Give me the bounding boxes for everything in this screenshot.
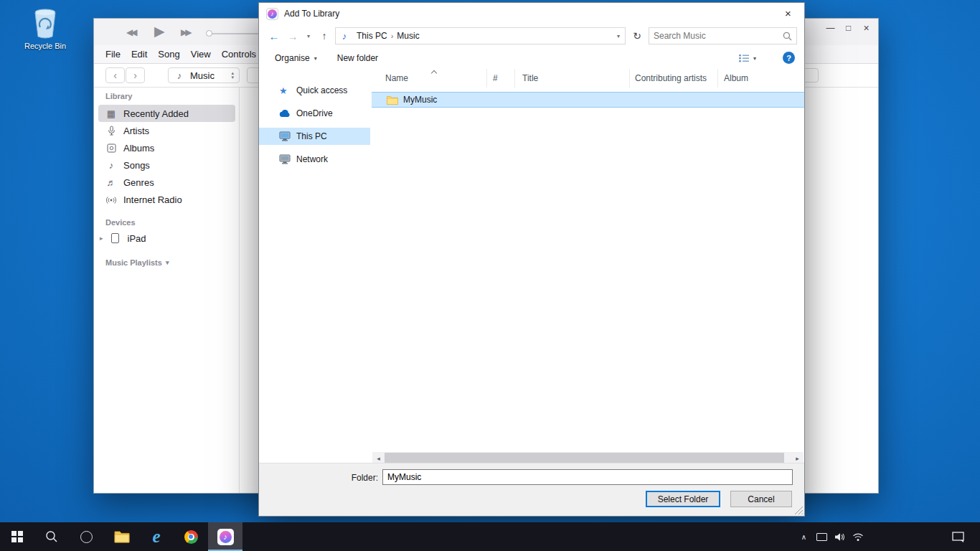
- menu-view[interactable]: View: [191, 49, 211, 60]
- onedrive-cloud-icon: [279, 110, 291, 118]
- forward-arrow-button[interactable]: →: [286, 27, 300, 44]
- media-picker[interactable]: ♪ Music ▴▾: [168, 67, 240, 83]
- cancel-button[interactable]: Cancel: [730, 491, 792, 507]
- chrome-icon: [184, 530, 198, 544]
- dialog-title: Add To Library: [284, 9, 339, 19]
- column-headers: Name # Title Contributing artists Album: [372, 69, 804, 88]
- recycle-bin[interactable]: Recycle Bin: [17, 6, 73, 50]
- file-name: MyMusic: [403, 95, 437, 105]
- internet-explorer-button[interactable]: e: [139, 522, 174, 551]
- new-folder-button[interactable]: New folder: [337, 53, 378, 63]
- sidebar-item-artists[interactable]: Artists: [98, 122, 235, 139]
- nav-item-quick-access[interactable]: ★ Quick access: [259, 82, 370, 99]
- itunes-taskbar-button[interactable]: ♪: [208, 522, 242, 551]
- dialog-close-button[interactable]: ×: [772, 3, 804, 24]
- resize-grip[interactable]: [794, 506, 804, 515]
- search-icon[interactable]: [783, 32, 792, 41]
- column-title[interactable]: Title: [515, 69, 630, 88]
- sidebar-item-recently-added[interactable]: ▦ Recently Added: [98, 105, 235, 122]
- maximize-button[interactable]: □: [839, 20, 857, 36]
- cortana-button[interactable]: [69, 522, 103, 551]
- taskbar-search-button[interactable]: [34, 522, 69, 551]
- itunes-icon: ♪: [217, 529, 234, 545]
- ipad-icon: [110, 233, 121, 243]
- sidebar-item-label: Genres: [123, 177, 154, 188]
- folder-label: Folder:: [328, 473, 378, 483]
- scrollbar-thumb[interactable]: [385, 453, 784, 463]
- nav-item-this-pc[interactable]: This PC: [259, 128, 370, 145]
- tray-volume-icon[interactable]: [831, 522, 849, 551]
- column-contributing-artists[interactable]: Contributing artists: [630, 69, 718, 88]
- search-icon: [45, 530, 58, 543]
- menu-controls[interactable]: Controls: [222, 49, 256, 60]
- sidebar-item-label: Internet Radio: [123, 194, 182, 205]
- dialog-address-bar: ← → ▾ ↑ ♪ This PC › Music ▾ ↻: [259, 24, 804, 47]
- nav-item-network[interactable]: Network: [259, 151, 370, 168]
- forward-button[interactable]: ›: [126, 67, 145, 83]
- folder-input[interactable]: [382, 469, 793, 485]
- search-input[interactable]: [654, 31, 783, 41]
- expander-icon[interactable]: ▸: [100, 235, 103, 242]
- minimize-button[interactable]: —: [821, 20, 839, 36]
- file-explorer-button[interactable]: [105, 522, 139, 551]
- tray-network-icon[interactable]: [849, 522, 867, 551]
- windows-logo-icon: [11, 531, 23, 542]
- menu-edit[interactable]: Edit: [131, 49, 147, 60]
- tray-show-hidden-icons[interactable]: ∧: [795, 522, 813, 551]
- internet-radio-icon: [105, 195, 117, 204]
- back-button[interactable]: ‹: [105, 67, 125, 83]
- network-icon: [279, 154, 291, 164]
- refresh-button[interactable]: ↻: [629, 27, 645, 44]
- column-number[interactable]: #: [487, 69, 515, 88]
- wifi-icon: [852, 532, 864, 542]
- address-dropdown-chevron[interactable]: ▾: [617, 33, 625, 39]
- fast-forward-button[interactable]: ▶▶: [181, 28, 189, 37]
- music-playlists-header[interactable]: Music Playlists ▾: [105, 258, 169, 267]
- nav-item-label: Network: [296, 154, 328, 164]
- address-box[interactable]: ♪ This PC › Music ▾: [335, 27, 626, 44]
- breadcrumb-music[interactable]: Music: [393, 31, 423, 41]
- breadcrumb-this-pc[interactable]: This PC: [353, 31, 391, 41]
- rewind-button[interactable]: ◀◀: [126, 28, 135, 37]
- nav-item-label: OneDrive: [296, 108, 333, 118]
- recent-locations-chevron[interactable]: ▾: [303, 27, 314, 44]
- close-button[interactable]: ×: [857, 20, 875, 36]
- chrome-button[interactable]: [174, 522, 208, 551]
- artists-icon: [105, 126, 117, 136]
- monitor-icon: [816, 533, 827, 541]
- play-button[interactable]: ▶: [154, 24, 165, 38]
- recently-added-icon: ▦: [105, 108, 117, 119]
- albums-icon: [105, 143, 117, 153]
- cortana-icon: [80, 531, 93, 543]
- location-music-icon: ♪: [336, 31, 353, 42]
- menu-song[interactable]: Song: [158, 49, 179, 60]
- menu-file[interactable]: File: [105, 49, 121, 60]
- up-button[interactable]: ↑: [317, 27, 331, 44]
- dialog-footer: Folder: Select Folder Cancel: [259, 463, 804, 516]
- column-name[interactable]: Name: [372, 69, 487, 88]
- back-arrow-button[interactable]: ←: [266, 27, 282, 44]
- sidebar-item-albums[interactable]: Albums: [98, 139, 235, 156]
- sidebar-item-internet-radio[interactable]: Internet Radio: [98, 191, 235, 208]
- help-icon[interactable]: ?: [783, 52, 795, 64]
- organise-button[interactable]: Organise ▾: [275, 53, 317, 63]
- dialog-titlebar[interactable]: ♪ Add To Library: [259, 3, 804, 24]
- sidebar-item-label: Artists: [123, 126, 149, 136]
- nav-item-onedrive[interactable]: OneDrive: [259, 105, 370, 122]
- action-center-button[interactable]: [944, 522, 971, 551]
- sidebar-item-ipad[interactable]: ▸ iPad: [98, 230, 235, 247]
- stepper-icon: ▴▾: [231, 71, 234, 80]
- search-box[interactable]: [649, 27, 797, 44]
- select-folder-button[interactable]: Select Folder: [646, 491, 720, 507]
- tray-display-icon[interactable]: [813, 522, 831, 551]
- sidebar-item-genres[interactable]: ♬ Genres: [98, 174, 235, 191]
- volume-knob[interactable]: [206, 30, 212, 37]
- start-button[interactable]: [0, 522, 34, 551]
- file-row-mymusic[interactable]: MyMusic: [372, 92, 804, 108]
- view-details-button[interactable]: ▾: [738, 53, 756, 63]
- column-album[interactable]: Album: [718, 69, 804, 88]
- sidebar-item-songs[interactable]: ♪ Songs: [98, 156, 235, 174]
- file-explorer-icon: [114, 531, 130, 543]
- music-note-icon: ♪: [174, 70, 185, 81]
- volume-slider[interactable]: [209, 33, 259, 34]
